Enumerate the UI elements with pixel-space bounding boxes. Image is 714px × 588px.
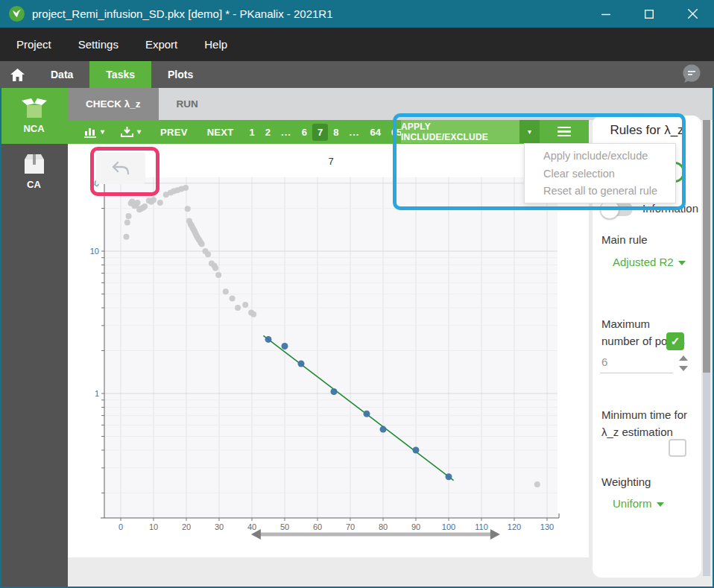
pkanalix-window: project_Remi_infusion_SD.pkx [demo] * - … xyxy=(0,0,714,588)
menu-project[interactable]: Project xyxy=(16,38,51,51)
svg-text:80: 80 xyxy=(379,522,388,531)
chevron-down-icon: ▾ xyxy=(137,128,141,136)
chart-options-button[interactable]: ▾ xyxy=(84,127,104,138)
main-rule-label: Main rule xyxy=(601,233,648,246)
pkanalix-logo-icon xyxy=(9,6,25,22)
bar-chart-icon xyxy=(84,127,97,138)
svg-text:10: 10 xyxy=(90,247,99,256)
weighting-label: Weighting xyxy=(601,475,651,488)
page-button-1[interactable]: 1 xyxy=(244,124,260,141)
window-title: project_Remi_infusion_SD.pkx [demo] * - … xyxy=(32,7,333,20)
tab-run[interactable]: RUN xyxy=(159,88,216,120)
max-points-input[interactable] xyxy=(600,354,673,373)
max-points-checkbox[interactable]: ✓ xyxy=(666,332,684,350)
plot-card: 3010101020304050607080901001101201307 xyxy=(68,144,589,557)
svg-text:50: 50 xyxy=(280,522,289,531)
min-time-checkbox[interactable] xyxy=(669,439,686,457)
svg-text:70: 70 xyxy=(346,522,355,531)
sidebar-item-label: NCA xyxy=(23,123,44,134)
svg-text:130: 130 xyxy=(540,522,554,531)
menu-item-apply-include-exclude[interactable]: Apply include/exclude xyxy=(525,150,675,162)
max-points-field xyxy=(600,354,683,373)
next-button[interactable]: NEXT xyxy=(207,127,234,138)
weighting-select[interactable]: Uniform xyxy=(613,497,664,510)
tab-data[interactable]: Data xyxy=(34,61,89,88)
number-stepper xyxy=(679,355,688,371)
page-button-8[interactable]: 8 xyxy=(328,124,344,141)
closed-box-icon xyxy=(23,154,45,174)
menu-settings[interactable]: Settings xyxy=(78,38,119,51)
tab-check-lambda-z[interactable]: CHECK λ_z xyxy=(68,88,159,120)
scrollbar-thumb[interactable] xyxy=(703,120,710,373)
menu-item-clear-selection[interactable]: Clear selection xyxy=(525,168,675,180)
svg-text:20: 20 xyxy=(182,522,191,531)
tab-tasks[interactable]: Tasks xyxy=(89,61,151,88)
chevron-down-icon: ▾ xyxy=(528,127,531,136)
undo-icon xyxy=(111,160,130,177)
menu-bar: Project Settings Export Help xyxy=(0,28,714,61)
apply-dropdown-menu: Apply include/exclude Clear selection Re… xyxy=(524,143,676,203)
feedback-bubble-icon[interactable] xyxy=(681,64,702,86)
rules-panel-title: Rules for λ_z xyxy=(598,123,695,138)
menu-export[interactable]: Export xyxy=(145,38,177,51)
plot-menu-button[interactable] xyxy=(545,120,583,143)
svg-text:90: 90 xyxy=(411,522,420,531)
close-button[interactable] xyxy=(671,0,714,28)
apply-dropdown-caret[interactable]: ▾ xyxy=(519,120,540,143)
export-plot-button[interactable]: ▾ xyxy=(121,127,141,138)
home-tab[interactable] xyxy=(0,61,34,88)
svg-text:0: 0 xyxy=(119,522,123,531)
page-button-7-active[interactable]: 7 xyxy=(312,124,328,141)
main-rule-select[interactable]: Adjusted R2 xyxy=(613,256,686,268)
window-border-left xyxy=(0,88,1,588)
pagination-ellipsis: ... xyxy=(344,124,365,141)
chevron-down-icon: ▾ xyxy=(101,128,104,136)
stepper-down-icon[interactable] xyxy=(679,366,688,371)
chevron-down-icon xyxy=(678,261,686,265)
apply-include-exclude-button[interactable]: APPLY INCLUDE/EXCLUDE xyxy=(401,120,519,143)
svg-text:10: 10 xyxy=(149,522,158,531)
pagination-ellipsis: ... xyxy=(276,124,297,141)
svg-text:30: 30 xyxy=(215,522,224,531)
open-box-icon xyxy=(21,98,48,118)
task-sidebar: NCA CA xyxy=(0,88,68,588)
min-time-label: Minimum time for λ_z estimation xyxy=(601,406,691,440)
svg-text:60: 60 xyxy=(313,522,322,531)
title-bar: project_Remi_infusion_SD.pkx [demo] * - … xyxy=(0,0,714,28)
hamburger-icon xyxy=(557,124,571,139)
information-label: Information xyxy=(642,202,698,215)
chevron-down-icon xyxy=(657,502,664,507)
home-icon xyxy=(10,69,25,81)
svg-text:100: 100 xyxy=(442,522,455,531)
page-button-64[interactable]: 64 xyxy=(364,124,385,141)
download-icon xyxy=(121,127,133,138)
menu-item-reset-general-rule[interactable]: Reset all to general rule xyxy=(525,185,675,197)
stepper-up-icon[interactable] xyxy=(679,355,688,361)
sidebar-item-ca[interactable]: CA xyxy=(0,144,68,200)
svg-text:7: 7 xyxy=(328,156,333,167)
page-button-2[interactable]: 2 xyxy=(260,124,276,141)
maximize-button[interactable] xyxy=(628,0,671,28)
svg-text:40: 40 xyxy=(247,522,256,531)
svg-text:110: 110 xyxy=(475,522,488,531)
menu-help[interactable]: Help xyxy=(204,38,227,51)
tab-plots[interactable]: Plots xyxy=(151,61,209,88)
lambda-z-chart[interactable]: 3010101020304050607080901001101201307 xyxy=(68,144,589,557)
check-icon: ✓ xyxy=(671,335,680,348)
minimize-button[interactable] xyxy=(584,0,628,28)
svg-text:120: 120 xyxy=(508,522,521,531)
svg-text:1: 1 xyxy=(95,389,99,398)
prev-button[interactable]: PREV xyxy=(160,127,188,138)
undo-button[interactable] xyxy=(96,152,145,184)
pagination: 1 2 ... 6 7 8 ... 64 65 xyxy=(244,124,408,141)
sidebar-item-nca[interactable]: NCA xyxy=(0,88,68,144)
page-button-6[interactable]: 6 xyxy=(297,124,312,141)
sidebar-item-label: CA xyxy=(27,179,41,190)
information-toggle[interactable] xyxy=(603,202,633,216)
nav-bar: Data Tasks Plots xyxy=(0,61,714,88)
